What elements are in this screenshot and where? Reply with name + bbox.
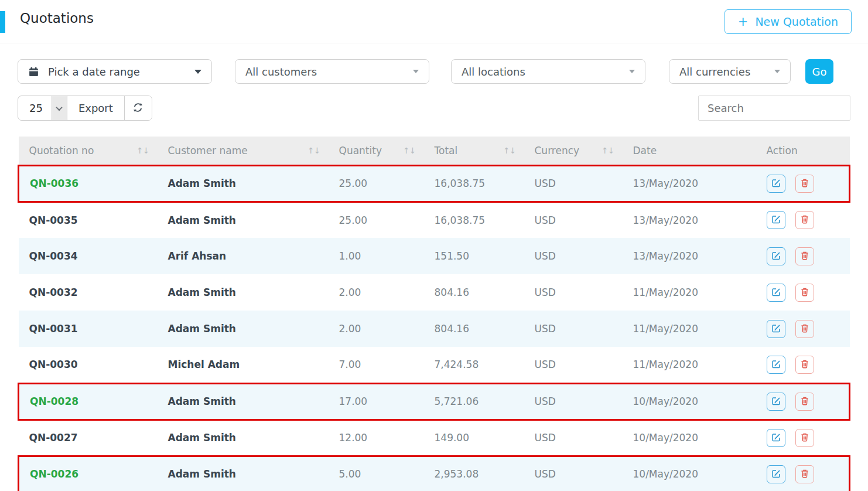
edit-button[interactable]: [767, 211, 785, 229]
column-header-currency[interactable]: Currency ↑↓: [524, 137, 623, 165]
locations-value: All locations: [462, 66, 525, 78]
delete-icon: [799, 287, 810, 299]
quotation-no-cell: QN-0035: [19, 202, 158, 238]
customers-select[interactable]: All customers: [235, 59, 429, 84]
chevron-down-icon: [52, 96, 67, 120]
page-size-select[interactable]: 25: [18, 96, 67, 120]
total-cell: 16,038.75: [424, 202, 524, 238]
edit-icon: [771, 178, 781, 190]
page-title: Quotations: [20, 11, 94, 26]
date-range-picker[interactable]: Pick a date range: [18, 59, 212, 84]
delete-icon: [799, 468, 810, 480]
edit-button[interactable]: [767, 356, 785, 374]
quantity-cell: 25.00: [329, 165, 424, 202]
calendar-icon: [28, 66, 39, 77]
column-header-quantity[interactable]: Quantity ↑↓: [329, 137, 424, 165]
currency-cell: USD: [524, 383, 623, 420]
edit-button[interactable]: [767, 429, 785, 447]
sort-icon[interactable]: ↑↓: [136, 146, 149, 155]
locations-select[interactable]: All locations: [451, 59, 645, 84]
edit-icon: [771, 214, 781, 226]
edit-button[interactable]: [767, 175, 785, 193]
action-cell: [756, 311, 850, 347]
customer-name-cell: Adam Smith: [158, 202, 329, 238]
caret-down-icon: [194, 70, 201, 74]
refresh-button[interactable]: [124, 96, 152, 120]
column-header-customer-name[interactable]: Customer name ↑↓: [158, 137, 329, 165]
edit-button[interactable]: [767, 284, 785, 302]
currency-cell: USD: [524, 202, 623, 238]
total-cell: 16,038.75: [424, 165, 524, 202]
edit-button[interactable]: [767, 393, 785, 411]
customer-name-cell: Adam Smith: [158, 165, 329, 202]
customer-name-cell: Adam Smith: [158, 420, 329, 456]
quotations-table-wrap: Quotation no ↑↓ Customer name ↑↓ Quantit…: [18, 137, 850, 491]
edit-icon: [771, 323, 781, 335]
date-cell: 10/May/2020: [623, 456, 756, 491]
search-input[interactable]: [698, 96, 850, 121]
sort-icon[interactable]: ↑↓: [503, 146, 515, 155]
quotation-no-cell: QN-0031: [19, 311, 158, 347]
toolbar-row: 25 Export: [0, 96, 868, 121]
action-cell: [756, 347, 850, 383]
delete-button[interactable]: [795, 211, 814, 229]
quantity-cell: 25.00: [329, 202, 424, 238]
go-button[interactable]: Go: [805, 59, 833, 84]
sort-icon[interactable]: ↑↓: [307, 146, 320, 155]
currencies-select[interactable]: All currencies: [669, 59, 791, 84]
export-button[interactable]: Export: [67, 96, 124, 120]
sort-icon[interactable]: ↑↓: [602, 146, 614, 155]
edit-button[interactable]: [767, 465, 785, 483]
new-quotation-button[interactable]: + New Quotation: [725, 9, 852, 34]
caret-down-icon: [774, 70, 780, 73]
customer-name-cell: Michel Adam: [158, 347, 329, 383]
action-cell: [756, 238, 850, 274]
delete-button[interactable]: [795, 284, 814, 302]
table-row: QN-0032 Adam Smith 2.00 804.16 USD 11/Ma…: [19, 274, 850, 311]
edit-icon: [771, 359, 781, 371]
table-row: QN-0035 Adam Smith 25.00 16,038.75 USD 1…: [19, 202, 850, 238]
edit-button[interactable]: [767, 320, 785, 338]
column-header-date[interactable]: Date: [623, 137, 756, 165]
delete-icon: [799, 250, 810, 262]
date-cell: 11/May/2020: [623, 311, 756, 347]
table-row: QN-0028 Adam Smith 17.00 5,721.06 USD 10…: [19, 383, 850, 420]
delete-icon: [799, 178, 810, 190]
currency-cell: USD: [524, 311, 623, 347]
currency-cell: USD: [524, 456, 623, 491]
customer-name-cell: Adam Smith: [158, 456, 329, 491]
quotation-no-cell: QN-0027: [19, 420, 158, 456]
column-header-total[interactable]: Total ↑↓: [424, 137, 524, 165]
action-cell: [756, 420, 850, 456]
delete-icon: [799, 395, 810, 408]
column-header-quotation-no[interactable]: Quotation no ↑↓: [19, 137, 158, 165]
date-cell: 13/May/2020: [623, 165, 756, 202]
quantity-cell: 1.00: [329, 238, 424, 274]
quantity-cell: 7.00: [329, 347, 424, 383]
delete-button[interactable]: [795, 175, 814, 193]
delete-button[interactable]: [795, 393, 814, 411]
sort-icon[interactable]: ↑↓: [403, 146, 415, 155]
refresh-icon: [132, 101, 144, 115]
caret-down-icon: [629, 70, 635, 73]
caret-down-icon: [413, 70, 419, 73]
quotation-no-cell: QN-0028: [19, 383, 158, 420]
filters-row: Pick a date range All customers All loca…: [0, 59, 868, 84]
delete-button[interactable]: [795, 465, 814, 483]
delete-button[interactable]: [795, 356, 814, 374]
total-cell: 151.50: [424, 238, 524, 274]
date-range-label: Pick a date range: [48, 66, 140, 78]
delete-icon: [799, 432, 810, 444]
plus-icon: +: [738, 16, 749, 28]
delete-icon: [799, 359, 810, 371]
edit-button[interactable]: [767, 247, 785, 265]
delete-button[interactable]: [795, 429, 814, 447]
action-cell: [756, 456, 850, 491]
currency-cell: USD: [524, 165, 623, 202]
edit-icon: [771, 395, 781, 408]
delete-button[interactable]: [795, 320, 814, 338]
table-row: QN-0026 Adam Smith 5.00 2,953.08 USD 10/…: [19, 456, 850, 491]
currency-cell: USD: [524, 420, 623, 456]
delete-button[interactable]: [795, 247, 814, 265]
quotation-no-cell: QN-0036: [19, 165, 158, 202]
